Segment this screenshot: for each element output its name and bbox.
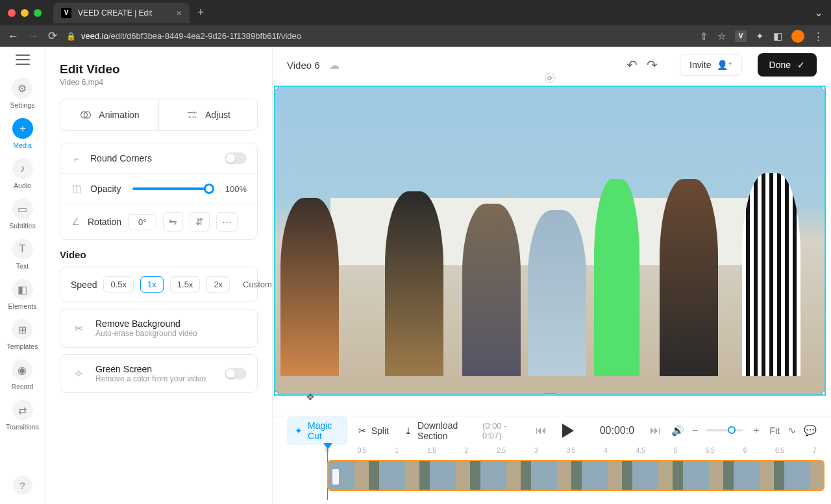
undo-button[interactable]: ↶ <box>626 57 638 73</box>
opacity-slider[interactable] <box>132 187 213 190</box>
opacity-value: 100% <box>225 184 247 194</box>
flip-horizontal-button[interactable]: ⇋ <box>163 212 183 232</box>
zoom-slider[interactable] <box>706 429 743 431</box>
rail-label: Transitions <box>6 423 39 431</box>
invite-button[interactable]: Invite 👤⁺ <box>680 54 741 76</box>
flip-vertical-button[interactable]: ⇵ <box>190 212 210 232</box>
move-cursor-icon: ✥ <box>306 392 314 402</box>
browser-menu-icon[interactable]: ⋮ <box>813 30 823 42</box>
speed-0_5x[interactable]: 0.5x <box>103 276 134 293</box>
plus-icon: ＋ <box>12 118 33 139</box>
close-window-icon[interactable] <box>8 9 16 17</box>
preview-person <box>594 179 639 376</box>
reload-button[interactable]: ⟳ <box>48 29 57 43</box>
bookmark-icon[interactable]: ☆ <box>717 30 726 42</box>
browser-tab[interactable]: V VEED CREATE | Edit × <box>53 3 190 23</box>
rail-text[interactable]: TText <box>12 236 33 272</box>
resize-handle-bottom[interactable] <box>543 393 556 396</box>
minimize-window-icon[interactable] <box>21 9 29 17</box>
new-tab-button[interactable]: + <box>197 6 205 19</box>
volume-button[interactable]: 🔊 <box>671 424 684 437</box>
rail-transitions[interactable]: ⇄Transitions <box>6 397 39 433</box>
rotation-more-button[interactable]: ⋯ <box>216 212 238 232</box>
fit-button[interactable]: Fit <box>769 426 780 436</box>
green-screen-toggle[interactable] <box>225 368 247 379</box>
profile-avatar[interactable] <box>791 30 804 43</box>
rail-record[interactable]: ◉Record <box>12 357 34 393</box>
download-section-button[interactable]: ⤓ Download Section (0:00 - 0:07) <box>399 416 525 445</box>
resize-handle-br[interactable] <box>821 391 826 396</box>
menu-button[interactable] <box>16 54 30 65</box>
scissors-icon: ✂ <box>358 426 366 436</box>
video-section-heading: Video <box>60 249 258 260</box>
ruler-tick: 1.5 <box>427 447 436 454</box>
rail-elements[interactable]: ◧Elements <box>8 276 37 313</box>
speed-custom[interactable]: Custom <box>236 277 273 292</box>
tool-rail: ⚙Settings ＋Media ♪Audio ▭Subtitles TText… <box>0 47 45 504</box>
rail-audio[interactable]: ♪Audio <box>12 156 33 192</box>
tab-close-icon[interactable]: × <box>176 7 182 18</box>
rotation-icon: ∠ <box>69 216 81 228</box>
rail-label: Elements <box>8 302 37 310</box>
ruler-tick: 5 <box>673 447 677 454</box>
back-button[interactable]: ← <box>8 30 19 43</box>
speed-2x[interactable]: 2x <box>206 276 230 293</box>
zoom-in-button[interactable]: ＋ <box>751 424 762 437</box>
help-button[interactable]: ? <box>13 475 32 495</box>
magic-cut-button[interactable]: ✦ Magic Cut <box>287 416 348 445</box>
rail-templates[interactable]: ⊞Templates <box>7 317 38 353</box>
green-screen-desc: Remove a color from your video <box>95 374 206 383</box>
resize-handle-bl[interactable] <box>274 391 279 396</box>
window-traffic-lights[interactable] <box>8 9 42 17</box>
rail-media[interactable]: ＋Media <box>12 115 33 152</box>
play-button[interactable] <box>562 424 574 438</box>
speed-1_5x[interactable]: 1.5x <box>170 276 201 293</box>
address-bar[interactable]: 🔒 veed.io/edit/d6bf3bea-8449-4ea2-9d26-1… <box>66 31 691 41</box>
video-preview[interactable] <box>274 86 826 396</box>
cloud-sync-icon[interactable]: ☁ <box>329 59 340 71</box>
music-icon: ♪ <box>12 158 33 179</box>
split-label: Split <box>371 426 389 436</box>
resize-handle-tl[interactable] <box>274 86 279 90</box>
extension-badge[interactable]: V <box>735 30 747 42</box>
split-button[interactable]: ✂ Split <box>353 422 394 440</box>
zoom-out-button[interactable]: − <box>692 425 698 437</box>
sidepanel-icon[interactable]: ◧ <box>773 30 782 42</box>
forward-button[interactable]: → <box>28 30 39 43</box>
round-corners-toggle[interactable] <box>225 152 247 164</box>
canvas[interactable]: ⟳ ✥ <box>273 83 831 416</box>
panel-title: Edit Video <box>60 62 258 77</box>
skip-back-button[interactable]: ⏮ <box>536 424 547 437</box>
waveform-icon[interactable]: ∿ <box>788 424 796 437</box>
rail-label: Media <box>13 141 32 149</box>
speed-1x[interactable]: 1x <box>140 276 164 293</box>
rail-settings[interactable]: ⚙Settings <box>10 75 35 112</box>
timecode: 00:00:0 <box>600 425 634 437</box>
share-icon[interactable]: ⇧ <box>700 30 708 42</box>
zoom-thumb[interactable] <box>728 426 736 434</box>
round-corners-label: Round Corners <box>90 153 152 163</box>
rotate-handle[interactable]: ⟳ <box>545 73 555 83</box>
rotation-value[interactable]: 0° <box>128 214 156 230</box>
slider-thumb[interactable] <box>204 184 214 194</box>
remove-background-button[interactable]: ✂ Remove Background Auto-erase backgroun… <box>60 309 257 347</box>
gear-icon: ⚙ <box>12 78 32 99</box>
extensions-icon[interactable]: ✦ <box>756 30 764 42</box>
redo-button[interactable]: ↷ <box>647 57 658 73</box>
time-ruler[interactable]: 0 0.5 1 1.5 2 2.5 3 3.5 4 4.5 5 5.5 6 6.… <box>327 447 825 457</box>
green-screen-icon: ✧ <box>71 366 86 381</box>
maximize-window-icon[interactable] <box>34 9 42 17</box>
tab-animation[interactable]: Animation <box>60 99 159 130</box>
tab-dropdown-icon[interactable]: ⌄ <box>814 6 823 19</box>
download-range: (0:00 - 0:07) <box>482 421 520 440</box>
round-corners-row: ⌐ Round Corners <box>60 143 257 173</box>
resize-handle-tr[interactable] <box>821 86 826 90</box>
project-name[interactable]: Video 6 <box>287 60 320 71</box>
timeline[interactable]: 0 0.5 1 1.5 2 2.5 3 3.5 4 4.5 5 5.5 6 6.… <box>273 444 831 504</box>
skip-forward-button[interactable]: ⏭ <box>650 424 661 437</box>
rail-subtitles[interactable]: ▭Subtitles <box>9 196 35 232</box>
done-button[interactable]: Done ✓ <box>758 53 817 77</box>
comments-icon[interactable]: 💬 <box>804 424 817 437</box>
video-clip[interactable] <box>327 460 825 491</box>
tab-adjust[interactable]: Adjust <box>159 99 257 130</box>
